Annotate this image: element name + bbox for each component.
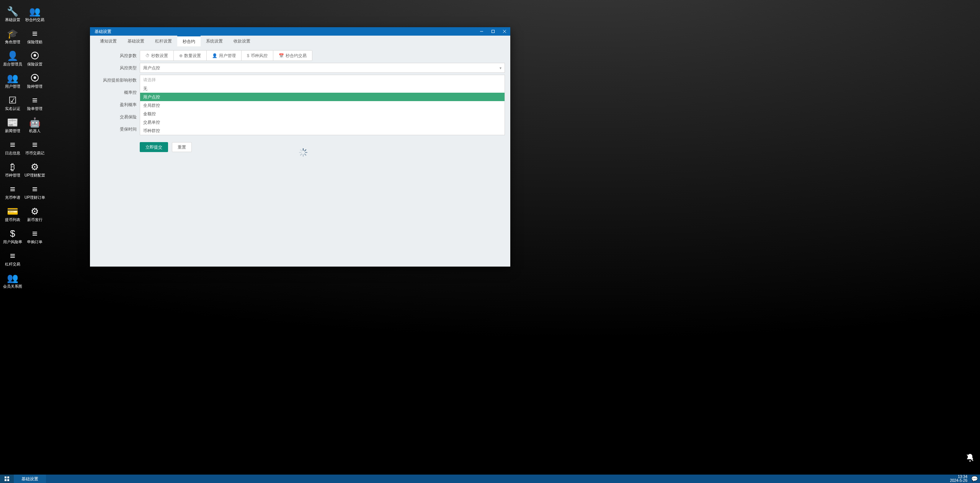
window-titlebar: 基础设置 — [90, 27, 510, 36]
submit-button[interactable]: 立即提交 — [140, 142, 168, 152]
desktop-icon[interactable]: 👥用户管理 — [2, 68, 24, 90]
main-tab[interactable]: 通知设置 — [95, 36, 122, 46]
desktop-icon-label: 险单管理 — [27, 106, 42, 111]
dropdown-option[interactable]: 交易单控 — [140, 118, 505, 126]
desktop-icon-label: 充币申请 — [5, 195, 20, 200]
svg-line-10 — [301, 154, 302, 155]
profit-probability-label: 盈利概率 — [90, 102, 140, 108]
desktop-icon[interactable]: 🤖机器人 — [24, 113, 46, 135]
desktop-icon-glyph: $ — [10, 228, 15, 239]
reset-button[interactable]: 重置 — [172, 142, 192, 152]
dropdown-option[interactable]: 全局群控 — [140, 101, 505, 110]
desktop-icon-glyph: ⚙ — [31, 206, 39, 217]
sub-tab-label: 数量设置 — [184, 53, 201, 59]
risk-param-label: 风控参数 — [90, 53, 140, 59]
desktop-icon-label: 实名认证 — [5, 106, 20, 111]
svg-rect-16 — [7, 479, 9, 481]
window-close-button[interactable] — [499, 27, 510, 36]
dropdown-option[interactable]: 金额控 — [140, 110, 505, 118]
form-area: 风控参数 ⏱秒数设置⊕数量设置👤用户管理$币种风控📅秒合约交易 风控类型 用户点… — [90, 49, 510, 152]
desktop-icon[interactable]: 👥秒合约交易 — [24, 2, 46, 24]
main-tab[interactable]: 秒合约 — [177, 36, 201, 46]
sub-tabs: ⏱秒数设置⊕数量设置👤用户管理$币种风控📅秒合约交易 — [140, 50, 312, 61]
desktop-icon-glyph: ₿ — [10, 162, 15, 172]
desktop-icon[interactable]: 👤后台管理员 — [2, 46, 24, 68]
tray-notification-icon[interactable]: 💬 — [971, 476, 978, 482]
desktop-icon-glyph: ≡ — [32, 28, 38, 39]
sub-tab[interactable]: $币种风控 — [242, 51, 273, 61]
sub-tab[interactable]: 👤用户管理 — [207, 51, 242, 61]
desktop-icon-label: 用户风险率 — [3, 240, 22, 244]
desktop-icon[interactable]: ⚙新币发行 — [24, 201, 46, 224]
desktop-icon-glyph: ≡ — [10, 184, 15, 195]
sub-tab-label: 秒数设置 — [151, 53, 168, 59]
desktop-icon-label: 新币发行 — [27, 218, 42, 222]
pre-seconds-label: 风控提前影响秒数 — [90, 77, 140, 83]
main-tab[interactable]: 系统设置 — [201, 36, 228, 46]
risk-type-label: 风控类型 — [90, 65, 140, 71]
dropdown-option[interactable]: 无 — [140, 84, 505, 93]
main-tab[interactable]: 杠杆设置 — [150, 36, 177, 46]
desktop-icon-glyph: 📰 — [7, 117, 18, 128]
main-tab[interactable]: 基础设置 — [122, 36, 150, 46]
desktop-icon[interactable]: ≡杠杆交易 — [2, 246, 24, 268]
risk-type-select[interactable]: 用户点控 ▾ — [140, 63, 505, 73]
system-tray: 13:34 2024-5-26 💬 — [950, 475, 980, 483]
desktop-icon-label: 角色管理 — [5, 40, 20, 44]
desktop-icon-label: 机器人 — [29, 129, 41, 133]
dropdown-option[interactable]: 用户点控 — [140, 93, 505, 101]
desktop-icon-glyph: ≡ — [10, 251, 15, 261]
desktop-icon-label: 币币交易记 — [25, 151, 44, 156]
desktop-icon-label: 申购订单 — [27, 240, 42, 244]
desktop-icon[interactable]: 📰新闻管理 — [2, 113, 24, 135]
window-title: 基础设置 — [95, 29, 111, 34]
risk-type-dropdown: 请选择 无用户点控全局群控金额控交易单控币种群控 — [140, 75, 505, 135]
notification-bell-icon[interactable] — [965, 453, 975, 465]
desktop-icon[interactable]: ☑实名认证 — [2, 90, 24, 113]
taskbar: 基础设置 13:34 2024-5-26 💬 — [0, 475, 980, 483]
desktop-icon-label: UP理财配置 — [24, 173, 45, 178]
sub-tab[interactable]: ⏱秒数设置 — [140, 51, 174, 61]
desktop-icon[interactable]: ₿币种管理 — [2, 157, 24, 179]
desktop-icon-glyph: ⚙ — [31, 162, 39, 172]
desktop-icon[interactable]: ≡险单管理 — [24, 90, 46, 113]
desktop-icon-label: 新闻管理 — [5, 129, 20, 133]
start-button[interactable] — [0, 475, 14, 483]
desktop-icon-glyph: 👥 — [7, 73, 18, 84]
desktop-icon-label: 后台管理员 — [3, 62, 22, 67]
desktop-icon-label: 基础设置 — [5, 18, 20, 22]
desktop-icon-label: 日志信息 — [5, 151, 20, 156]
dropdown-option[interactable]: 币种群控 — [140, 126, 505, 135]
desktop-icon[interactable]: ≡日志信息 — [2, 135, 24, 157]
desktop-icon-label: 币种管理 — [5, 173, 20, 178]
desktop-icon-glyph: 👤 — [7, 51, 18, 61]
desktop-icon[interactable]: ⚙UP理财配置 — [24, 157, 46, 179]
taskbar-app-button[interactable]: 基础设置 — [14, 475, 46, 483]
window-minimize-button[interactable] — [476, 27, 487, 36]
desktop-icon[interactable]: ≡UP理财订单 — [24, 179, 46, 201]
desktop-icon[interactable]: ≡充币申请 — [2, 179, 24, 201]
main-tab[interactable]: 收款设置 — [228, 36, 256, 46]
desktop-icon-label: 会员关系图 — [3, 284, 22, 289]
desktop-icon[interactable]: 💳提币列表 — [2, 201, 24, 224]
desktop-icon[interactable]: 🔧基础设置 — [2, 2, 24, 24]
desktop-icon[interactable]: ≡申购订单 — [24, 224, 46, 246]
sub-tab-icon: ⏱ — [145, 53, 150, 58]
sub-tab-icon: $ — [247, 53, 249, 58]
desktop-icon[interactable]: $用户风险率 — [2, 224, 24, 246]
desktop-icon[interactable]: ⦿保险设置 — [24, 46, 46, 68]
dropdown-search[interactable]: 请选择 — [140, 75, 505, 84]
desktop-icon[interactable]: ≡保险理赔 — [24, 24, 46, 46]
desktop-icon-label: 杠杆交易 — [5, 262, 20, 267]
sub-tab[interactable]: 📅秒合约交易 — [273, 51, 312, 61]
desktop-icon[interactable]: 👥会员关系图 — [2, 268, 24, 290]
desktop-icon[interactable]: ≡币币交易记 — [24, 135, 46, 157]
desktop-icon[interactable]: 🎓角色管理 — [2, 24, 24, 46]
desktop-icon[interactable]: ⦿险种管理 — [24, 68, 46, 90]
tray-clock[interactable]: 13:34 2024-5-26 — [950, 475, 967, 483]
window-maximize-button[interactable] — [487, 27, 499, 36]
sub-tab[interactable]: ⊕数量设置 — [174, 51, 207, 61]
desktop-icon-glyph: 🎓 — [7, 28, 18, 39]
desktop-icon-glyph: 💳 — [7, 206, 18, 217]
desktop-icon-glyph: ≡ — [32, 95, 38, 106]
